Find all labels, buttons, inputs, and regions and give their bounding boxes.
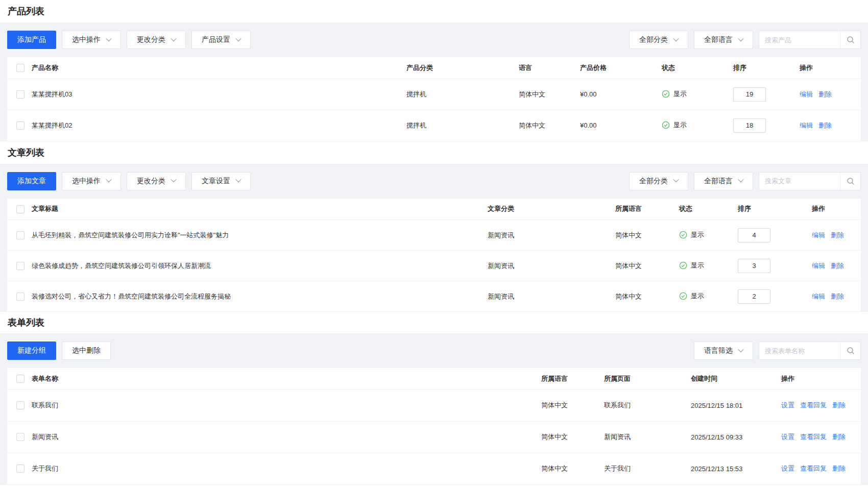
- sort-input[interactable]: [738, 289, 770, 304]
- sort-input[interactable]: [733, 118, 766, 133]
- row-checkbox[interactable]: [16, 90, 25, 99]
- chevron-down-icon: [738, 35, 743, 41]
- chevron-down-icon: [738, 346, 743, 352]
- articles-change-category-dropdown[interactable]: 更改分类: [127, 172, 186, 190]
- view-replies-link[interactable]: 查看回复: [800, 401, 827, 410]
- row-checkbox[interactable]: [16, 262, 25, 270]
- table-row: 某某搅拌机03 搅拌机 简体中文 ¥0.00 显示 编辑删除: [7, 79, 861, 110]
- edit-link[interactable]: 编辑: [800, 121, 813, 130]
- view-replies-link[interactable]: 查看回复: [800, 432, 827, 442]
- table-row: 关于我们 简体中文 关于我们 2025/12/13 15:53 设置查看回复删除: [7, 453, 861, 484]
- articles-table-card: 文章标题 文章分类 所属语言 状态 排序 操作 从毛坯到精装，鼎筑空间建筑装修公…: [7, 199, 861, 312]
- products-language-filter[interactable]: 全部语言: [694, 31, 753, 49]
- view-replies-link[interactable]: 查看回复: [800, 464, 827, 473]
- status-label: 显示: [691, 261, 704, 270]
- products-table: 产品名称 产品分类 语言 产品价格 状态 排序 操作 某某搅拌机03 搅拌机 简…: [7, 57, 861, 141]
- row-checkbox[interactable]: [16, 465, 25, 473]
- edit-link[interactable]: 编辑: [812, 292, 825, 301]
- forms-toolbar: 新建分组 选中删除 语言筛选: [7, 333, 861, 368]
- row-checkbox[interactable]: [16, 401, 25, 409]
- row-checkbox[interactable]: [16, 433, 25, 441]
- delete-link[interactable]: 删除: [831, 261, 844, 271]
- add-product-button[interactable]: 添加产品: [7, 31, 56, 49]
- settings-link[interactable]: 设置: [781, 464, 794, 473]
- products-batch-actions-dropdown[interactable]: 选中操作: [62, 31, 121, 49]
- form-page: 关于我们: [604, 453, 691, 484]
- check-circle-icon: [679, 231, 687, 239]
- articles-category-filter-label: 全部分类: [639, 177, 668, 186]
- edit-link[interactable]: 编辑: [800, 90, 813, 99]
- edit-link[interactable]: 编辑: [812, 231, 825, 240]
- table-row: 新闻资讯 简体中文 新闻资讯 2025/12/15 09:33 设置查看回复删除: [7, 421, 861, 453]
- chevron-down-icon: [738, 177, 743, 182]
- table-row: 从毛坯到精装，鼎筑空间建筑装修公司用实力诠释"一站式装修"魅力 新闻资讯 简体中…: [7, 220, 861, 251]
- form-language: 简体中文: [541, 421, 604, 453]
- products-search-input[interactable]: [759, 31, 840, 48]
- products-change-category-label: 更改分类: [137, 35, 165, 44]
- delete-link[interactable]: 删除: [832, 432, 846, 442]
- chevron-down-icon: [106, 177, 111, 182]
- edit-link[interactable]: 编辑: [812, 261, 825, 271]
- chevron-down-icon: [235, 177, 241, 182]
- delete-selected-button[interactable]: 选中删除: [62, 341, 111, 360]
- delete-link[interactable]: 删除: [818, 121, 832, 130]
- table-row: 联系我们 简体中文 联系我们 2025/12/15 18:01 设置查看回复删除: [7, 389, 861, 421]
- sort-input[interactable]: [738, 228, 770, 242]
- check-circle-icon: [662, 90, 670, 98]
- form-language: 简体中文: [541, 453, 604, 484]
- search-icon[interactable]: [840, 342, 860, 359]
- settings-link[interactable]: 设置: [781, 401, 794, 410]
- forms-language-filter[interactable]: 语言筛选: [694, 341, 753, 360]
- forms-table: 表单名称 所属语言 所属页面 创建时间 操作 联系我们 简体中文 联系我们 20…: [7, 368, 861, 485]
- delete-link[interactable]: 删除: [832, 464, 846, 473]
- products-settings-dropdown[interactable]: 产品设置: [191, 31, 251, 49]
- sort-input[interactable]: [733, 87, 766, 102]
- col-language: 所属语言: [615, 199, 679, 220]
- sort-input[interactable]: [738, 259, 770, 273]
- delete-link[interactable]: 删除: [832, 401, 846, 410]
- row-checkbox[interactable]: [16, 292, 25, 301]
- products-category-filter[interactable]: 全部分类: [629, 31, 688, 49]
- status-label: 显示: [673, 120, 687, 130]
- status-label: 显示: [673, 89, 687, 99]
- articles-language-filter[interactable]: 全部语言: [694, 172, 753, 190]
- delete-link[interactable]: 删除: [818, 90, 832, 99]
- articles-batch-actions-dropdown[interactable]: 选中操作: [62, 172, 121, 190]
- search-icon[interactable]: [840, 173, 860, 190]
- delete-link[interactable]: 删除: [831, 292, 844, 301]
- product-price: ¥0.00: [580, 79, 662, 110]
- article-title: 装修选对公司，省心又省力！鼎筑空间建筑装修公司全流程服务揭秘: [32, 281, 488, 312]
- search-icon[interactable]: [840, 31, 860, 48]
- articles-settings-dropdown[interactable]: 文章设置: [191, 172, 251, 190]
- check-circle-icon: [679, 261, 687, 270]
- products-change-category-dropdown[interactable]: 更改分类: [127, 31, 186, 49]
- forms-language-filter-label: 语言筛选: [704, 346, 733, 355]
- chevron-down-icon: [171, 35, 176, 41]
- col-article-title: 文章标题: [32, 199, 488, 220]
- products-table-card: 产品名称 产品分类 语言 产品价格 状态 排序 操作 某某搅拌机03 搅拌机 简…: [7, 57, 861, 141]
- select-all-checkbox[interactable]: [16, 375, 25, 383]
- col-sort: 排序: [738, 199, 812, 220]
- row-checkbox[interactable]: [16, 231, 25, 239]
- articles-search-input[interactable]: [759, 173, 840, 190]
- col-product-name: 产品名称: [32, 57, 406, 79]
- articles-header-row: 文章标题 文章分类 所属语言 状态 排序 操作: [7, 199, 861, 220]
- products-page-title: 产品列表: [0, 0, 868, 22]
- forms-search-input[interactable]: [759, 342, 840, 359]
- articles-category-filter[interactable]: 全部分类: [629, 172, 688, 190]
- delete-link[interactable]: 删除: [831, 231, 844, 240]
- row-checkbox[interactable]: [16, 121, 25, 130]
- products-search: [759, 31, 861, 49]
- article-language: 简体中文: [615, 281, 679, 312]
- select-all-checkbox[interactable]: [16, 205, 25, 213]
- settings-link[interactable]: 设置: [781, 432, 794, 442]
- chevron-down-icon: [235, 35, 241, 41]
- products-section: 产品列表 添加产品 选中操作 更改分类 产品设置 全部: [0, 0, 868, 141]
- article-title: 从毛坯到精装，鼎筑空间建筑装修公司用实力诠释"一站式装修"魅力: [32, 220, 488, 251]
- status-label: 显示: [691, 230, 704, 239]
- col-status: 状态: [679, 199, 738, 220]
- col-operations: 操作: [812, 199, 861, 220]
- add-article-button[interactable]: 添加文章: [7, 172, 56, 190]
- select-all-checkbox[interactable]: [16, 64, 25, 72]
- new-group-button[interactable]: 新建分组: [7, 341, 56, 360]
